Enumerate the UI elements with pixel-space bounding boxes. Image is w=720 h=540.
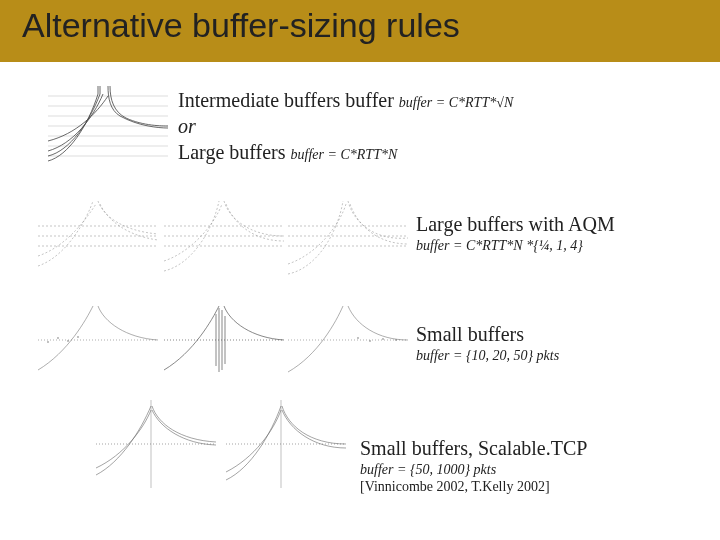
or-label: or: [178, 115, 513, 138]
svg-point-11: [67, 340, 68, 341]
chart-small-2: [164, 300, 284, 380]
intermediate-formula: buffer = C*RTT*√N: [399, 95, 513, 110]
small-formula: buffer = {10, 20, 50} pkts: [416, 348, 559, 364]
scalable-block: Small buffers, Scalable.TCP buffer = {50…: [360, 436, 587, 495]
small-main: Small buffers: [416, 322, 559, 347]
page-title: Alternative buffer-sizing rules: [22, 6, 460, 45]
svg-point-9: [47, 341, 48, 342]
large-main: Large buffers: [178, 141, 286, 163]
intermediate-large-block: Intermediate buffers buffer buffer = C*R…: [178, 88, 513, 165]
chart-scalable-2: [226, 400, 346, 488]
svg-point-12: [77, 336, 78, 337]
aqm-block: Large buffers with AQM buffer = C*RTT*N …: [416, 212, 615, 254]
chart-small-1: [38, 300, 158, 380]
svg-point-21: [382, 338, 383, 339]
scalable-cite: [Vinnicombe 2002, T.Kelly 2002]: [360, 479, 587, 495]
chart-aqm-2: [164, 196, 284, 276]
chart-small-3: [288, 300, 408, 380]
chart-aqm-1: [38, 196, 158, 276]
chart-aqm-3: [288, 196, 408, 276]
chart-scalable-1: [96, 400, 216, 488]
scalable-main: Small buffers, Scalable.TCP: [360, 436, 587, 461]
scalable-formula: buffer = {50, 1000} pkts: [360, 462, 587, 478]
aqm-formula: buffer = C*RTT*N *{¼, 1, 4}: [416, 238, 615, 254]
intermediate-main: Intermediate buffers buffer: [178, 89, 394, 111]
small-block: Small buffers buffer = {10, 20, 50} pkts: [416, 322, 559, 364]
aqm-main: Large buffers with AQM: [416, 212, 615, 237]
svg-point-19: [357, 337, 358, 338]
large-formula: buffer = C*RTT*N: [291, 147, 398, 162]
svg-point-10: [57, 337, 58, 338]
svg-point-20: [369, 340, 370, 341]
chart-intermediate: [48, 86, 168, 166]
